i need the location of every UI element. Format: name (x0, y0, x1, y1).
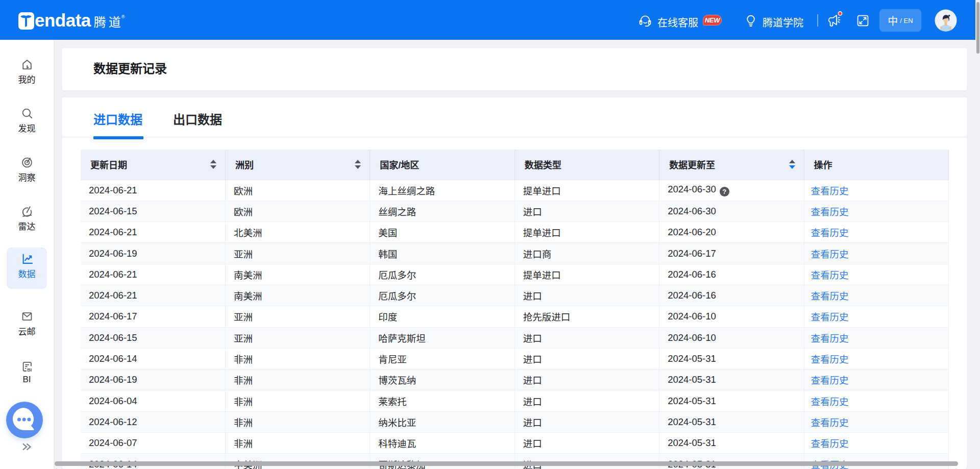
svg-text:BI: BI (27, 367, 32, 373)
